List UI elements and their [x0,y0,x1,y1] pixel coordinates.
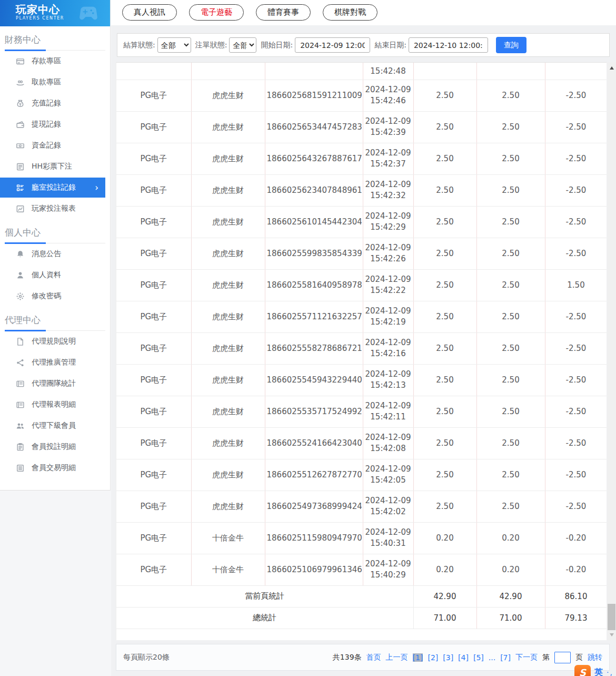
scrollbar-thumb[interactable] [608,604,615,630]
members-icon [16,422,25,430]
cell-order-no: 1866025681591211009 [265,80,363,111]
page-link[interactable]: [2] [428,653,438,662]
jump-page-input[interactable] [554,652,571,663]
sidebar-item-label: 代理團隊統計 [32,379,76,388]
member-bets-icon [16,443,25,452]
search-button[interactable]: 查詢 [496,37,526,53]
sidebar-item[interactable]: 取款專區 [0,72,110,93]
stats-row-total: 總統計71.0071.0079.13 [116,607,607,629]
table-cell [545,63,607,80]
end-date-label: 結束日期: [374,41,406,50]
sidebar-item[interactable]: 消息公告 [0,243,110,264]
page-link[interactable]: ... [489,653,495,662]
sidebar-item[interactable]: 代理報表明細 [0,394,110,415]
table-row: PG电子虎虎生财18660255241664230402024-12-0915:… [116,427,607,459]
sidebar-item[interactable]: 代理推廣管理 [0,352,110,373]
sidebar-item[interactable]: 代理下級會員 [0,415,110,436]
table-cell: 15:42:48 [363,63,413,80]
table-row: PG电子虎虎生财18660255126278727702024-12-0915:… [116,459,607,491]
cell-valid-bet: 2.50 [476,269,545,301]
recharge-record-icon [16,99,25,108]
bet-records-table-container[interactable]: 15:42:48PG电子虎虎生财18660256815912110092024-… [116,62,607,640]
start-date-input[interactable] [295,37,370,53]
cell-platform: PG电子 [116,238,191,269]
table-row: PG电子十倍金牛18660251069799613462024-12-0915:… [116,554,607,585]
ime-extra-text: ·, [607,668,613,676]
cell-valid-bet: 0.20 [476,522,545,554]
cell-valid-bet: 2.50 [476,491,545,522]
page-link[interactable]: [7] [500,653,511,662]
cell-order-no: 1866025610145442304 [265,206,363,238]
sidebar-item[interactable]: 玩家投注報表 [0,198,110,219]
cell-valid-bet: 2.50 [476,80,545,111]
tab-category[interactable]: 體育賽事 [256,4,311,21]
cell-win-loss: 1.50 [545,269,607,301]
stats-value: 71.00 [413,607,476,629]
cell-platform: PG电子 [116,174,191,206]
sidebar-nav: 財務中心存款專區取款專區充值記錄提現記錄資金記錄HH彩票下注廳室投註記錄›玩家投… [0,26,110,478]
cell-win-loss: -0.20 [545,522,607,554]
scroll-up-arrow-icon[interactable] [607,63,616,72]
cell-game: 虎虎生财 [191,364,265,396]
sidebar-item[interactable]: 資金記錄 [0,135,110,156]
cell-bet-amount: 2.50 [413,111,476,143]
sidebar-item-label: 代理規則說明 [32,337,76,346]
cell-valid-bet: 2.50 [476,174,545,206]
sidebar-item[interactable]: 存款專區 [0,51,110,72]
cell-win-loss: -2.50 [545,459,607,491]
sidebar-item[interactable]: 廳室投註記錄› [0,178,105,198]
sidebar-item[interactable]: 會員交易明細 [0,457,110,478]
cell-order-no: 1866025115980947970 [265,522,363,554]
cell-datetime: 2024-12-0915:42:26 [363,238,413,269]
member-transactions-icon [16,464,25,473]
page-link[interactable]: [3] [443,653,453,662]
sidebar-item[interactable]: 提現記錄 [0,114,110,135]
page-link[interactable]: [4] [458,653,469,662]
jump-prefix-text: 第 [542,653,550,662]
sidebar-item-label: 代理推廣管理 [32,358,76,367]
tab-category[interactable]: 棋牌對戰 [323,4,377,21]
cell-game: 十倍金牛 [191,554,265,585]
stats-value: 79.13 [545,607,607,629]
cell-game: 虎虎生财 [191,491,265,522]
sidebar-item[interactable]: HH彩票下注 [0,156,110,177]
cell-bet-amount: 2.50 [413,238,476,269]
sidebar-item[interactable]: 代理團隊統計 [0,373,110,394]
sidebar-section-title: 財務中心 [5,26,105,51]
sidebar-item[interactable]: 會員投註明細 [0,436,110,457]
table-row: PG电子虎虎生财18660254973689994242024-12-0915:… [116,491,607,522]
sogou-ime-icon[interactable]: S [574,665,591,676]
table-cell [476,63,545,80]
filter-bar: 結算狀態: 全部 注單狀態: 全部 開始日期: 結束日期: 查詢 [117,33,610,57]
sidebar-item[interactable]: 個人資料 [0,264,110,286]
settle-status-select[interactable]: 全部 [157,37,191,53]
jump-action-link[interactable]: 跳转 [588,653,602,662]
prev-page-link[interactable]: 上一页 [386,653,408,662]
table-scrollbar[interactable] [607,62,616,640]
first-page-link[interactable]: 首页 [366,653,381,662]
cell-win-loss: -2.50 [545,396,607,427]
cell-bet-amount: 2.50 [413,364,476,396]
table-row: PG电子十倍金牛18660251159809479702024-12-0915:… [116,522,607,554]
next-page-link[interactable]: 下一页 [515,653,538,662]
cell-order-no: 1866025599835854339 [265,238,363,269]
cell-game: 虎虎生财 [191,111,265,143]
sidebar-item[interactable]: 代理規則說明 [0,331,110,352]
sidebar-item[interactable]: 充值記錄 [0,93,110,114]
ime-indicator[interactable]: S 英 ·, [574,665,613,676]
page-link-current[interactable]: [1] [413,653,423,662]
end-date-input[interactable] [409,37,488,53]
page-link[interactable]: [5] [473,653,484,662]
scroll-down-arrow-icon[interactable] [607,630,616,639]
tab-category[interactable]: 真人視訊 [122,4,177,21]
cell-datetime: 2024-12-0915:42:37 [363,143,413,174]
sidebar-item-label: 廳室投註記錄 [32,183,76,192]
lottery-bet-icon [16,162,25,171]
tab-active[interactable]: 電子遊藝 [189,4,244,21]
sidebar-item[interactable]: 修改密碼 [0,286,110,307]
pagination-controls: 共139条 首页 上一页 [1][2][3][4][5]...[7] 下一页 第… [333,652,602,663]
cell-game: 虎虎生财 [191,459,265,491]
order-status-select[interactable]: 全部 [229,37,256,53]
cell-platform: PG电子 [116,522,191,554]
cell-bet-amount: 2.50 [413,427,476,459]
